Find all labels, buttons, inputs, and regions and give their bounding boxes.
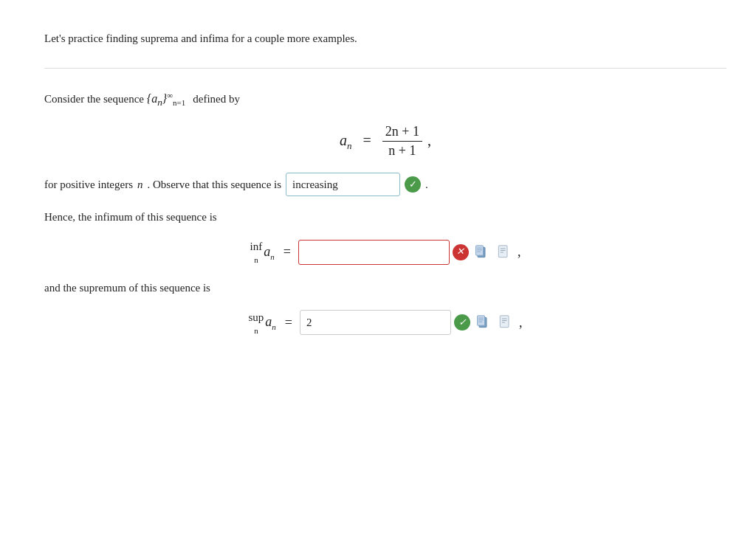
section-divider	[44, 68, 726, 69]
page-container: Let's practice finding suprema and infim…	[0, 0, 756, 376]
fraction: 2n + 1 n + 1	[382, 124, 422, 159]
consider-text: Consider the sequence {an}∞n=1 defined b…	[44, 89, 726, 111]
numerator: 2n + 1	[382, 124, 422, 142]
svg-rect-5	[498, 246, 507, 257]
infimum-row: inf n an = ✕	[44, 238, 726, 267]
hence-text: Hence, the infimum of this sequence is	[44, 208, 726, 226]
supremum-comma: ,	[519, 312, 523, 333]
supremum-text: and the supremum of this sequence is	[44, 279, 726, 297]
sequence-type-input[interactable]	[286, 173, 400, 196]
supremum-input[interactable]	[300, 310, 451, 335]
infimum-input-wrapper: ✕ ,	[298, 240, 521, 265]
sequence-type-answer-wrapper: ✓	[286, 173, 421, 196]
doc-icon-1	[497, 245, 510, 260]
inf-label: inf n	[250, 238, 263, 267]
infimum-doc-button[interactable]	[494, 243, 513, 262]
formula-display: an = 2n + 1 n + 1 ,	[44, 124, 726, 159]
sequence-type-correct-icon: ✓	[405, 176, 421, 193]
inf-an: an	[264, 241, 275, 263]
svg-rect-1	[475, 246, 483, 255]
sup-an: an	[265, 311, 276, 333]
inf-op: inf	[250, 238, 263, 255]
sup-subscript: n	[254, 325, 258, 338]
supremum-input-wrapper: ✓ ,	[300, 310, 523, 335]
copy-icon-2	[476, 315, 489, 330]
for-text: for positive integers	[44, 176, 133, 193]
sup-label: sup n	[249, 308, 264, 338]
infimum-error-icon: ✕	[453, 244, 469, 260]
sequence-notation: {an}∞n=1	[147, 92, 189, 105]
infimum-copy-button[interactable]	[472, 243, 491, 262]
doc-icon-2	[498, 315, 512, 330]
infimum-comma: ,	[518, 241, 521, 263]
svg-rect-10	[478, 316, 485, 325]
defined-by-label: defined by	[193, 93, 240, 105]
supremum-correct-icon: ✓	[454, 314, 470, 331]
intro-text: Let's practice finding suprema and infim…	[44, 30, 726, 47]
sup-op: sup	[249, 308, 264, 326]
infimum-input[interactable]	[298, 240, 450, 265]
copy-icon-1	[475, 245, 488, 260]
period: .	[425, 176, 428, 193]
observe-label: . Observe that this sequence is	[147, 176, 281, 193]
svg-rect-14	[500, 316, 509, 328]
supremum-copy-button[interactable]	[473, 313, 492, 332]
consider-label: Consider the sequence	[44, 93, 144, 105]
sup-equals: =	[285, 312, 292, 333]
supremum-row: sup n an = ✓	[44, 308, 726, 338]
inf-equals: =	[284, 241, 291, 263]
observe-text: for positive integers n . Observe that t…	[44, 173, 726, 196]
inf-subscript: n	[254, 254, 258, 267]
n-variable: n	[137, 176, 143, 193]
supremum-doc-button[interactable]	[495, 313, 515, 332]
denominator: n + 1	[385, 142, 419, 159]
